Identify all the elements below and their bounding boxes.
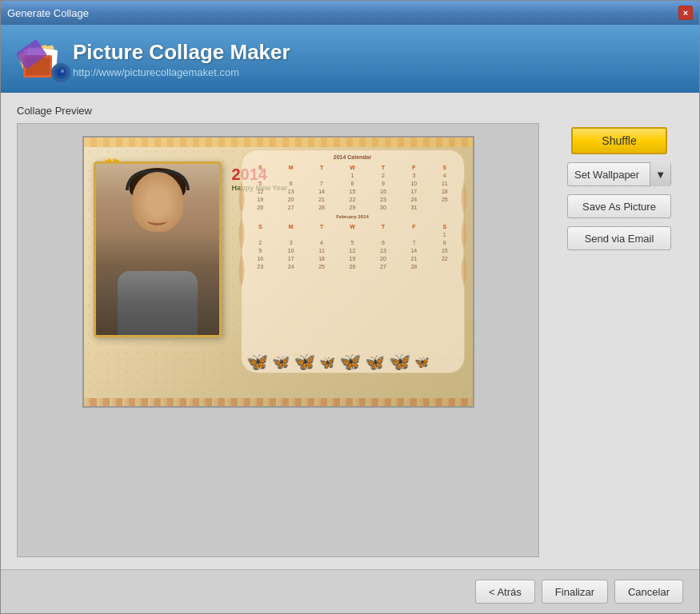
send-via-email-button[interactable]: Send via Email <box>567 226 671 250</box>
app-logo <box>17 33 73 85</box>
collage-border-bottom <box>84 398 473 406</box>
person-smile <box>147 216 167 225</box>
main-content: 🌼 2014 <box>17 123 683 557</box>
set-wallpaper-button[interactable]: Set Wallpaper ▼ <box>567 162 671 186</box>
footer: < Atrás Finalizar Cancelar <box>1 569 699 613</box>
butterfly-decoration: 🦋 🦋 🦋 🦋 🦋 🦋 🦋 🦋 <box>212 330 465 394</box>
collage-border-top <box>84 138 473 147</box>
title-bar-text: Generate Collage <box>7 7 89 19</box>
save-as-picture-button[interactable]: Save As Picture <box>567 194 671 218</box>
set-wallpaper-label: Set Wallpaper <box>574 169 639 181</box>
photo-frame <box>94 161 222 337</box>
svg-point-7 <box>57 69 65 77</box>
title-bar: Generate Collage × <box>1 1 699 25</box>
preview-label: Collage Preview <box>17 105 683 117</box>
person-body <box>118 271 198 335</box>
dropdown-arrow-icon[interactable]: ▼ <box>650 162 670 186</box>
cancelar-button[interactable]: Cancelar <box>614 580 683 604</box>
header-text: Picture Collage Maker http://www/picture… <box>73 40 290 78</box>
collage-preview: 🌼 2014 <box>82 136 474 408</box>
preview-container: 🌼 2014 <box>17 123 539 557</box>
person-face <box>131 172 183 232</box>
svg-point-8 <box>61 70 64 73</box>
shuffle-button[interactable]: Shuffle <box>571 127 667 154</box>
close-button[interactable]: × <box>678 6 693 20</box>
main-window: Generate Collage × Pictur <box>0 0 700 614</box>
content-area: Collage Preview 🌼 <box>1 93 699 569</box>
app-title: Picture Collage Maker <box>73 40 290 65</box>
person-photo <box>96 164 219 335</box>
right-panel: Shuffle Set Wallpaper ▼ Save As Picture … <box>555 123 683 557</box>
finalizar-button[interactable]: Finalizar <box>542 580 608 604</box>
app-url: http://www/picturecollagemaket.com <box>73 66 290 78</box>
header-banner: Picture Collage Maker http://www/picture… <box>1 25 699 93</box>
back-button[interactable]: < Atrás <box>475 580 535 604</box>
